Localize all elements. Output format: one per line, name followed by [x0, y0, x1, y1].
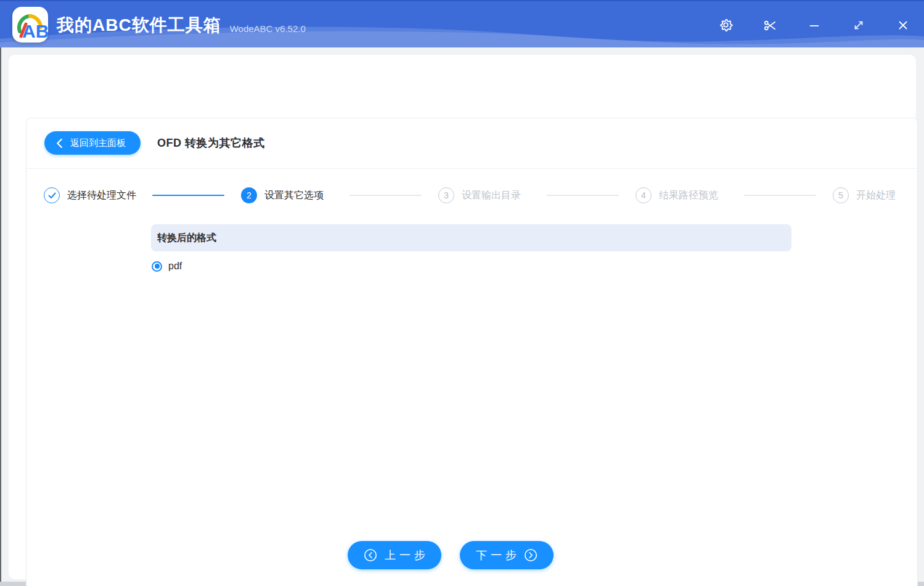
step-connector-4 — [744, 195, 816, 196]
output-format-section-header: 转换后的格式 — [151, 224, 791, 251]
back-to-dashboard-button[interactable]: 返回到主面板 — [44, 131, 141, 155]
step-1-label: 选择待处理文件 — [67, 187, 136, 203]
step-4-number: 4 — [641, 190, 646, 200]
step-2-number: 2 — [247, 190, 251, 200]
minimize-button[interactable] — [807, 18, 822, 33]
wizard-nav-buttons: 上一步 下一步 — [348, 541, 554, 569]
step-4-circle: 4 — [636, 187, 652, 203]
app-logo: AB — [12, 7, 48, 43]
title-bar: AB 我的ABC软件工具箱 WodeABC v6.52.0 — [0, 0, 924, 47]
maximize-icon — [852, 18, 865, 32]
circle-chevron-right-icon — [524, 548, 538, 562]
step-3-circle: 3 — [438, 187, 454, 203]
previous-step-label: 上一步 — [385, 548, 429, 563]
close-icon — [896, 18, 910, 32]
wizard-card: 返回到主面板 OFD 转换为其它格式 选择待处理文件 2 设置其它选项 3 设置… — [26, 118, 918, 586]
format-option-label: pdf — [168, 261, 182, 272]
radio-selected-icon[interactable] — [152, 261, 162, 272]
app-version: WodeABC v6.52.0 — [230, 23, 306, 34]
check-icon — [48, 192, 56, 199]
step-5-circle: 5 — [833, 187, 849, 203]
circle-chevron-left-icon — [364, 548, 377, 562]
window-left-edge — [0, 47, 1, 586]
svg-text:AB: AB — [22, 21, 48, 41]
gear-icon — [719, 18, 733, 32]
next-step-button[interactable]: 下一步 — [460, 541, 554, 569]
page-title: OFD 转换为其它格式 — [157, 131, 265, 155]
step-4-label: 结果路径预览 — [659, 187, 718, 203]
snip-button[interactable] — [763, 18, 777, 33]
header-divider — [27, 168, 917, 169]
step-connector-2 — [350, 195, 422, 196]
format-option-pdf[interactable]: pdf — [152, 261, 182, 272]
step-5-number: 5 — [838, 190, 843, 200]
step-2-circle: 2 — [241, 187, 257, 203]
settings-button[interactable] — [718, 18, 733, 33]
chevron-left-icon — [55, 139, 63, 148]
step-5-label: 开始处理 — [856, 187, 896, 203]
app-title: 我的ABC软件工具箱 — [57, 14, 221, 37]
previous-step-button[interactable]: 上一步 — [348, 541, 441, 569]
step-1-circle — [44, 187, 60, 203]
next-step-label: 下一步 — [476, 548, 520, 563]
step-connector-3 — [547, 195, 619, 196]
step-3-number: 3 — [444, 190, 449, 200]
step-3-label: 设置输出目录 — [462, 187, 521, 203]
content-panel: 返回到主面板 OFD 转换为其它格式 选择待处理文件 2 设置其它选项 3 设置… — [9, 55, 916, 579]
scissors-icon — [763, 18, 777, 32]
maximize-button[interactable] — [851, 18, 866, 33]
back-button-label: 返回到主面板 — [70, 137, 126, 149]
close-button[interactable] — [896, 18, 910, 33]
minimize-icon — [807, 18, 821, 32]
step-connector-1 — [152, 195, 224, 196]
step-2-label: 设置其它选项 — [264, 187, 324, 203]
